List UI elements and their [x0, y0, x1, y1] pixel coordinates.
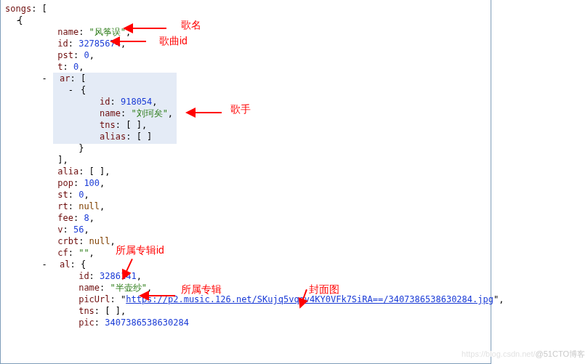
- key-ar-name: name: [100, 108, 121, 118]
- val-ar-id: 918054: [121, 97, 152, 107]
- key-crbt: crbt: [57, 236, 78, 246]
- key-st: st: [57, 190, 68, 200]
- key-pop: pop: [57, 178, 73, 188]
- json-code: songs: [ - { name: "风筝误", id: 32785674, …: [5, 3, 486, 328]
- key-al-name: name: [78, 283, 100, 293]
- annotation-album: 所属专辑: [181, 283, 222, 296]
- key-al: al: [60, 259, 70, 270]
- key-al-id: id: [78, 271, 89, 281]
- key-ar-alias: alias: [100, 132, 126, 142]
- annotation-cover: 封面图: [309, 283, 339, 296]
- watermark: https://blog.csdn.net/@51CTO博客: [462, 349, 585, 360]
- annotation-song-id: 歌曲id: [159, 35, 188, 48]
- val-ar-name: "刘珂矣": [131, 108, 167, 118]
- key-alia: alia: [57, 166, 78, 177]
- annotation-artist: 歌手: [230, 103, 251, 116]
- key-fee: fee: [57, 213, 73, 223]
- key-name: name: [57, 27, 78, 37]
- val-song-name: "风筝误": [89, 27, 126, 37]
- key-al-picurl: picUrl: [78, 294, 110, 304]
- annotation-song-name: 歌名: [181, 19, 201, 32]
- key-pst: pst: [57, 50, 73, 60]
- key-al-pic: pic: [78, 318, 94, 328]
- key-rt: rt: [57, 201, 68, 211]
- annotation-album-id: 所属专辑id: [116, 244, 164, 257]
- key-ar-id: id: [100, 97, 110, 107]
- val-al-pic: 3407386538630284: [105, 318, 189, 328]
- key-ar: ar: [60, 73, 70, 84]
- key-ar-tns: tns: [100, 120, 116, 130]
- key-id: id: [57, 39, 68, 49]
- json-viewer-panel: songs: [ - { name: "风筝误", id: 32785674, …: [0, 0, 491, 364]
- key-al-tns: tns: [78, 306, 94, 316]
- key-songs: songs: [5, 4, 31, 14]
- key-cf: cf: [57, 248, 68, 258]
